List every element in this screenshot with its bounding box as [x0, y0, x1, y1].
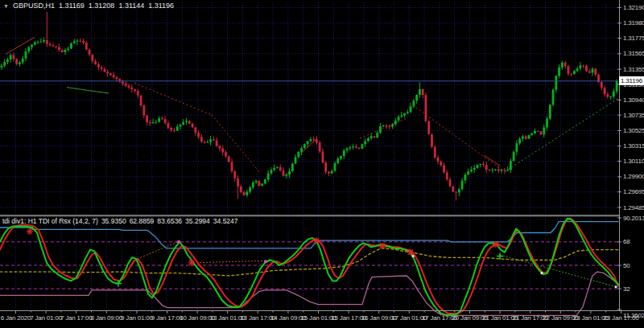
indicator-value-2: 62.8859 [130, 217, 155, 225]
indicator-value-3: 83.6536 [157, 217, 182, 225]
time-axis[interactable] [0, 311, 644, 328]
tdi-lower-volatility-band [0, 272, 618, 315]
quote-high: 1.31208 [89, 2, 115, 10]
chart-header: ▼GBPUSD,H11.311691.312081.311441.31196 [3, 2, 174, 10]
signal-dot-icon [411, 255, 414, 257]
chevron-down-icon[interactable]: ▼ [3, 3, 9, 9]
mt4-chart-window: ▼GBPUSD,H11.311691.312081.311441.31196 t… [0, 0, 644, 328]
signal-dot-icon [264, 260, 267, 263]
signal-dot-icon [177, 240, 180, 244]
quote-close: 1.31196 [148, 2, 174, 10]
quote-open: 1.31169 [59, 2, 85, 10]
symbol-timeframe-label: GBPUSD,H1 [13, 2, 55, 10]
grid-lines [0, 2, 618, 310]
indicator-title: tdi div1: H1 TDI of Rsx (14,2, 7) [2, 217, 98, 225]
indicator-value-5: 34.5247 [213, 217, 238, 225]
indicator-label: tdi div1: H1 TDI of Rsx (14,2, 7)35.9350… [2, 217, 238, 225]
price-axis[interactable] [619, 0, 644, 310]
chart-canvas[interactable] [0, 0, 644, 328]
signal-dot-icon [614, 285, 617, 288]
signal-dot-icon [540, 272, 543, 274]
candlestick-series[interactable] [0, 12, 617, 200]
indicator-value-1: 35.9350 [101, 217, 126, 225]
quote-low: 1.31144 [118, 2, 144, 10]
indicator-value-4: 35.2994 [185, 217, 210, 225]
trendlines[interactable] [6, 37, 618, 174]
tdi-level-lines [0, 242, 618, 289]
